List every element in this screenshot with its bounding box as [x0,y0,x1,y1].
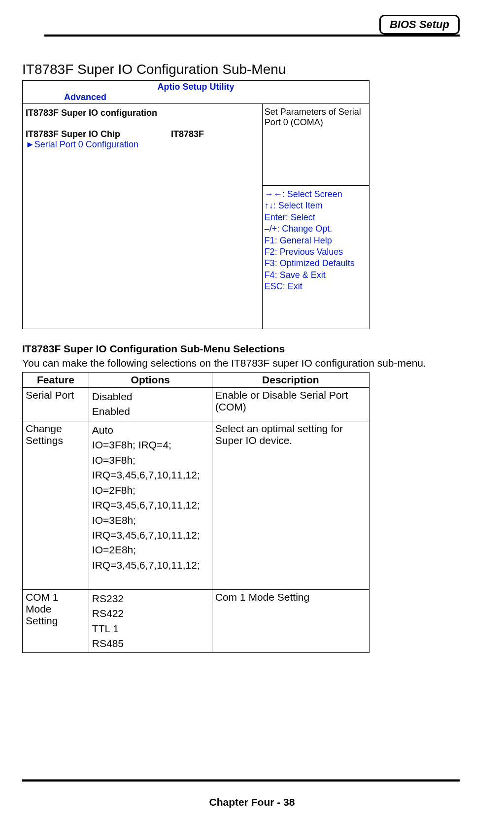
nav-enter-select: Enter: Select [265,212,367,223]
selections-table: Feature Options Description Serial Port … [22,372,370,653]
page-footer: Chapter Four - 38 [0,779,504,808]
option-value: IO=2E8h; [92,543,209,557]
option-value: RS485 [92,636,209,651]
selections-section: IT8783F Super IO Configuration Sub-Menu … [22,343,460,653]
bios-tab-advanced[interactable]: Advanced [26,92,366,102]
cell-feature: COM 1 Mode Setting [23,589,89,653]
option-value [92,573,209,587]
nav-change-opt: –/+: Change Opt. [265,223,367,235]
nav-save-exit: F4: Save & Exit [265,270,367,281]
bios-chip-label: IT8783F Super IO Chip [26,129,168,139]
header-feature: Feature [23,373,89,388]
bios-setup-badge: BIOS Setup [379,15,460,34]
option-value: IO=3F8h; [92,453,209,468]
table-row: COM 1 Mode Setting RS232 RS422 TTL 1 RS4… [23,589,370,653]
cell-options: Disabled Enabled [89,388,212,421]
header-options: Options [89,373,212,388]
cell-description: Select an optimal setting for Super IO d… [212,421,369,589]
page-content: IT8783F Super IO Configuration Sub-Menu … [0,37,504,653]
nav-select-screen: →←: Select Screen [265,189,367,200]
footer-rule-thin [22,779,460,780]
option-value: Enabled [92,404,209,419]
bios-right-pane: Set Parameters of Serial Port 0 (COMA) →… [263,104,369,329]
option-value: IRQ=3,45,6,7,10,11,12; [92,528,209,543]
nav-select-item: ↑↓: Select Item [265,200,367,211]
option-value: RS232 [92,591,209,606]
page-title: IT8783F Super IO Configuration Sub-Menu [22,62,460,77]
nav-optimized-defaults: F3: Optimized Defaults [265,258,367,269]
nav-esc-exit: ESC: Exit [265,281,367,292]
table-header-row: Feature Options Description [23,373,370,388]
bios-left-pane: IT8783F Super IO configuration IT8783F S… [23,104,263,329]
bios-screen: Aptio Setup Utility Advanced IT8783F Sup… [22,80,370,329]
table-row: Serial Port Disabled Enabled Enable or D… [23,388,370,421]
selections-heading: IT8783F Super IO Configuration Sub-Menu … [22,343,460,355]
bios-submenu-link[interactable]: ►Serial Port 0 Configuration [26,139,259,150]
table-row: Change Settings Auto IO=3F8h; IRQ=4; IO=… [23,421,370,589]
option-value: IRQ=3,45,6,7,10,11,12; [92,558,209,573]
cell-feature: Serial Port [23,388,89,421]
bios-chip-value: IT8783F [171,129,204,139]
option-value: IO=2F8h; [92,483,209,498]
cell-options: RS232 RS422 TTL 1 RS485 [89,589,212,653]
option-value: Auto [92,423,209,438]
bios-help-text: Set Parameters of Serial Port 0 (COMA) [263,104,369,186]
bios-header: Aptio Setup Utility Advanced [23,81,369,104]
footer-rule-thick [22,780,460,782]
option-value: IO=3F8h; IRQ=4; [92,438,209,452]
cell-description: Enable or Disable Serial Port (COM) [212,388,369,421]
bios-nav-help: →←: Select Screen ↑↓: Select Item Enter:… [263,186,369,329]
header-rule-thin [44,36,460,37]
cell-options: Auto IO=3F8h; IRQ=4; IO=3F8h; IRQ=3,45,6… [89,421,212,589]
bios-utility-title: Aptio Setup Utility [26,82,366,92]
header-description: Description [212,373,369,388]
bios-body: IT8783F Super IO configuration IT8783F S… [23,104,369,329]
option-value: IRQ=3,45,6,7,10,11,12; [92,498,209,512]
bios-config-title: IT8783F Super IO configuration [26,108,259,118]
bios-submenu-label: Serial Port 0 Configuration [34,139,138,149]
option-value: IRQ=3,45,6,7,10,11,12; [92,468,209,482]
cell-description: Com 1 Mode Setting [212,589,369,653]
cell-feature: Change Settings [23,421,89,589]
bios-chip-row: IT8783F Super IO Chip IT8783F [26,129,259,139]
nav-previous-values: F2: Previous Values [265,246,367,258]
option-value: IO=3E8h; [92,513,209,528]
nav-general-help: F1: General Help [265,235,367,246]
selections-intro: You can make the following selections on… [22,357,460,369]
option-value: TTL 1 [92,621,209,636]
page-header: BIOS Setup [0,0,504,37]
submenu-arrow-icon: ► [26,139,34,149]
option-value: RS422 [92,606,209,621]
footer-chapter-label: Chapter Four - 38 [0,796,504,808]
option-value: Disabled [92,389,209,404]
header-rule-thick [44,34,460,36]
